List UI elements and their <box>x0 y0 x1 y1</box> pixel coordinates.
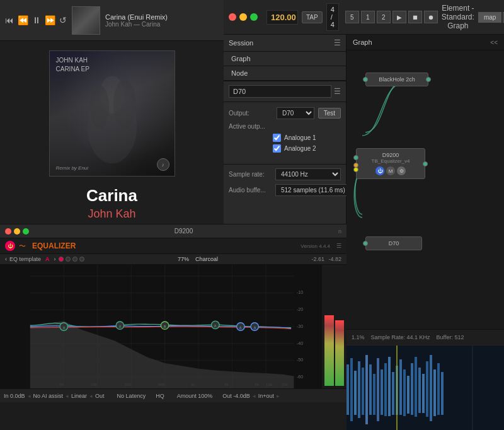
svg-text:∧: ∧ <box>253 325 256 330</box>
graph-collapse-btn[interactable]: << <box>490 39 498 46</box>
svg-text:-10: -10 <box>297 290 303 295</box>
svg-rect-27 <box>430 355 432 421</box>
device-dropdown[interactable]: D70 <box>229 85 331 98</box>
eq-charcoal: Charcoal <box>195 256 218 262</box>
left-arrow-icon[interactable]: ‹ <box>5 256 7 262</box>
hamburger-icon[interactable]: ☰ <box>334 38 341 47</box>
right-arrow-icon[interactable]: › <box>54 256 56 262</box>
graph-header: Graph << <box>346 35 504 50</box>
output-label: Output: <box>229 110 273 117</box>
window-title: Element - Standard: Graph <box>442 4 474 30</box>
buffer-status: Buffer: 512 <box>437 334 464 340</box>
test-button[interactable]: Test <box>318 108 341 119</box>
minimize-btn[interactable] <box>239 13 247 21</box>
eq-version: Version 4.4.4 <box>301 243 330 249</box>
eq-readings-inline: -2.61 -4.82 <box>311 256 341 262</box>
analogue1-checkbox[interactable] <box>273 134 281 142</box>
eq-menu-icon[interactable]: ☰ <box>336 243 341 249</box>
tap-button[interactable]: TAP <box>302 11 323 23</box>
map-button[interactable]: map <box>478 12 501 23</box>
db-in-display: In 0.0dB <box>4 393 25 399</box>
eq-symbol: 〜 <box>19 241 26 251</box>
tab-node[interactable]: Node <box>224 66 346 81</box>
maximize-btn[interactable] <box>250 13 258 21</box>
eq-label: EQUALIZER <box>32 241 76 250</box>
prev-btn[interactable]: ⏮ <box>5 15 14 25</box>
db-in-label: In 0.0dB <box>4 393 25 399</box>
d9200-node[interactable]: D9200 TB_Equalizer_v4 ⏻ M ⚙ <box>356 148 425 179</box>
session-title: Session <box>229 39 330 47</box>
player-controls[interactable]: ⏮ ⏪ ⏸ ⏩ ↺ <box>5 15 67 25</box>
svg-text:∧: ∧ <box>214 323 217 328</box>
output-row: Output: D70 Test <box>229 107 341 119</box>
d9200-label: D9200 TB_Equalizer_v4 <box>363 152 418 164</box>
d9200-controls: ⏻ M ⚙ <box>363 166 418 175</box>
track-artist: John Kah — Carina <box>105 21 219 28</box>
svg-rect-14 <box>381 369 383 415</box>
session-nav: Session ☰ <box>224 35 346 52</box>
d70-node[interactable]: D70 <box>365 236 422 250</box>
svg-rect-20 <box>403 369 406 416</box>
sample-rate-dropdown[interactable]: 44100 Hz 48000 Hz 96000 Hz <box>275 168 341 180</box>
gear-ctrl[interactable]: ⚙ <box>397 166 406 175</box>
active-output-label: Active outp... <box>229 123 265 130</box>
svg-rect-28 <box>433 369 436 416</box>
eq-dot-2[interactable] <box>66 257 71 262</box>
transport-record[interactable]: ⏺ <box>424 11 438 23</box>
repeat-btn[interactable]: ↺ <box>59 15 67 25</box>
output-dropdown[interactable]: D70 <box>277 107 314 119</box>
close-btn[interactable] <box>229 13 236 21</box>
blackhole-node[interactable]: BlackHole 2ch <box>365 73 428 86</box>
power-ctrl[interactable]: ⏻ <box>375 166 384 175</box>
analogue1-label: Analogue 1 <box>284 134 316 141</box>
svg-text:-50: -50 <box>297 357 303 363</box>
forward-btn[interactable]: ⏩ <box>45 15 55 25</box>
analogue2-checkbox[interactable] <box>273 144 281 153</box>
template-name: A <box>45 256 50 262</box>
eq-min-btn[interactable] <box>14 228 20 235</box>
svg-rect-22 <box>411 363 413 415</box>
audio-buffer-label: Audio buffe... <box>229 187 273 194</box>
eq-power-button[interactable]: ⏻ <box>5 241 15 251</box>
pause-btn[interactable]: ⏸ <box>32 15 41 25</box>
svg-point-2 <box>90 85 109 129</box>
d70-port-left <box>363 241 368 246</box>
analogue1-row: Analogue 1 <box>229 134 341 142</box>
tab-graph[interactable]: Graph <box>224 52 346 66</box>
no-ai-label: No AI assist <box>33 393 64 399</box>
svg-rect-17 <box>392 372 394 415</box>
transport-bar: 120.00 TAP 4 / 4 5 1 2 ▶ ⏹ ⏺ Element - S… <box>224 0 504 35</box>
rewind-btn[interactable]: ⏪ <box>18 15 28 25</box>
transport-btn-1[interactable]: 1 <box>361 11 375 23</box>
eq-dot-1[interactable] <box>59 257 64 262</box>
eq-titlebar: D9200 n <box>0 224 346 238</box>
svg-text:∧: ∧ <box>118 324 122 329</box>
settings-section: Output: D70 Test Active outp... Analogue… <box>224 102 346 160</box>
music-player: ⏮ ⏪ ⏸ ⏩ ↺ Carina (Enui Remix) John Kah —… <box>0 0 224 41</box>
linear-label: Linear <box>71 393 87 399</box>
svg-rect-24 <box>418 368 421 413</box>
eq-window-buttons <box>5 228 29 235</box>
eq-dot-4[interactable] <box>79 257 84 262</box>
svg-text:-20: -20 <box>297 307 303 312</box>
eq-bottom-bar: In 0.0dB ◂ No AI assist ◂ Linear ◂ Out N… <box>0 388 346 402</box>
device-menu-icon[interactable]: ☰ <box>334 87 341 96</box>
transport-play[interactable]: ▶ <box>392 11 406 23</box>
d9200-port-left-3 <box>353 167 358 172</box>
time-signature: 4 / 4 <box>326 3 339 31</box>
eq-dot-3[interactable] <box>72 257 77 262</box>
svg-text:-60: -60 <box>297 375 303 380</box>
eq-close-btn[interactable] <box>5 228 11 235</box>
blackhole-label: BlackHole 2ch <box>372 76 421 83</box>
svg-text:∧: ∧ <box>62 325 66 330</box>
transport-stop[interactable]: ⏹ <box>408 11 422 23</box>
eq-dots <box>59 257 84 262</box>
svg-rect-5 <box>346 364 349 415</box>
m-ctrl[interactable]: M <box>386 166 395 175</box>
d9200-port-left-1 <box>353 155 358 160</box>
analogue2-row: Analogue 2 <box>229 144 341 153</box>
transport-btn-2[interactable]: 2 <box>377 11 391 23</box>
transport-btn-5[interactable]: 5 <box>345 11 359 23</box>
svg-rect-16 <box>388 357 391 416</box>
eq-max-btn[interactable] <box>23 228 29 235</box>
